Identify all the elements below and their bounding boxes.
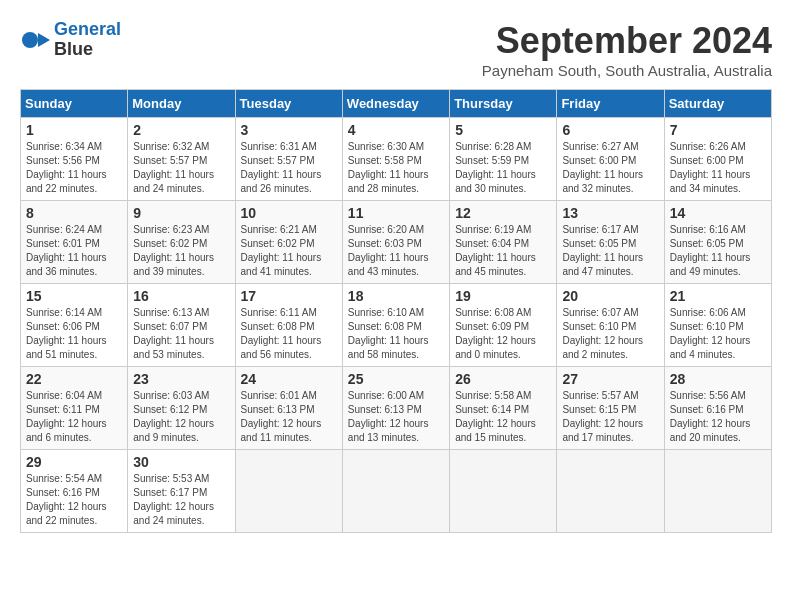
day-info: Sunrise: 6:21 AMSunset: 6:02 PMDaylight:… [241,223,337,279]
calendar-week-5: 29Sunrise: 5:54 AMSunset: 6:16 PMDayligh… [21,450,772,533]
day-info: Sunrise: 6:20 AMSunset: 6:03 PMDaylight:… [348,223,444,279]
calendar-day-21: 21Sunrise: 6:06 AMSunset: 6:10 PMDayligh… [664,284,771,367]
day-number: 18 [348,288,444,304]
weekday-header-row: SundayMondayTuesdayWednesdayThursdayFrid… [21,90,772,118]
calendar-day-16: 16Sunrise: 6:13 AMSunset: 6:07 PMDayligh… [128,284,235,367]
day-number: 26 [455,371,551,387]
weekday-header-friday: Friday [557,90,664,118]
day-info: Sunrise: 6:31 AMSunset: 5:57 PMDaylight:… [241,140,337,196]
day-info: Sunrise: 6:32 AMSunset: 5:57 PMDaylight:… [133,140,229,196]
calendar-day-14: 14Sunrise: 6:16 AMSunset: 6:05 PMDayligh… [664,201,771,284]
calendar-day-26: 26Sunrise: 5:58 AMSunset: 6:14 PMDayligh… [450,367,557,450]
day-info: Sunrise: 6:06 AMSunset: 6:10 PMDaylight:… [670,306,766,362]
calendar-day-28: 28Sunrise: 5:56 AMSunset: 6:16 PMDayligh… [664,367,771,450]
calendar-day-12: 12Sunrise: 6:19 AMSunset: 6:04 PMDayligh… [450,201,557,284]
day-number: 5 [455,122,551,138]
day-info: Sunrise: 6:08 AMSunset: 6:09 PMDaylight:… [455,306,551,362]
calendar-day-24: 24Sunrise: 6:01 AMSunset: 6:13 PMDayligh… [235,367,342,450]
day-number: 16 [133,288,229,304]
day-number: 24 [241,371,337,387]
day-info: Sunrise: 6:23 AMSunset: 6:02 PMDaylight:… [133,223,229,279]
weekday-header-saturday: Saturday [664,90,771,118]
day-number: 29 [26,454,122,470]
location: Payneham South, South Australia, Austral… [482,62,772,79]
day-number: 6 [562,122,658,138]
logo-icon [20,25,50,55]
calendar-day-30: 30Sunrise: 5:53 AMSunset: 6:17 PMDayligh… [128,450,235,533]
logo-general: General [54,19,121,39]
calendar-day-19: 19Sunrise: 6:08 AMSunset: 6:09 PMDayligh… [450,284,557,367]
day-number: 4 [348,122,444,138]
day-number: 17 [241,288,337,304]
calendar-week-2: 8Sunrise: 6:24 AMSunset: 6:01 PMDaylight… [21,201,772,284]
calendar-day-9: 9Sunrise: 6:23 AMSunset: 6:02 PMDaylight… [128,201,235,284]
day-number: 23 [133,371,229,387]
weekday-header-tuesday: Tuesday [235,90,342,118]
day-info: Sunrise: 6:24 AMSunset: 6:01 PMDaylight:… [26,223,122,279]
calendar-day-20: 20Sunrise: 6:07 AMSunset: 6:10 PMDayligh… [557,284,664,367]
day-number: 14 [670,205,766,221]
calendar-day-22: 22Sunrise: 6:04 AMSunset: 6:11 PMDayligh… [21,367,128,450]
logo-blue: Blue [54,40,121,60]
day-info: Sunrise: 6:01 AMSunset: 6:13 PMDaylight:… [241,389,337,445]
day-info: Sunrise: 6:11 AMSunset: 6:08 PMDaylight:… [241,306,337,362]
day-number: 9 [133,205,229,221]
calendar-week-4: 22Sunrise: 6:04 AMSunset: 6:11 PMDayligh… [21,367,772,450]
calendar-day-25: 25Sunrise: 6:00 AMSunset: 6:13 PMDayligh… [342,367,449,450]
calendar-day-4: 4Sunrise: 6:30 AMSunset: 5:58 PMDaylight… [342,118,449,201]
day-number: 30 [133,454,229,470]
weekday-header-wednesday: Wednesday [342,90,449,118]
calendar-day-7: 7Sunrise: 6:26 AMSunset: 6:00 PMDaylight… [664,118,771,201]
weekday-header-monday: Monday [128,90,235,118]
calendar-day-29: 29Sunrise: 5:54 AMSunset: 6:16 PMDayligh… [21,450,128,533]
empty-cell [342,450,449,533]
day-number: 25 [348,371,444,387]
weekday-header-sunday: Sunday [21,90,128,118]
weekday-header-thursday: Thursday [450,90,557,118]
day-number: 12 [455,205,551,221]
day-info: Sunrise: 6:03 AMSunset: 6:12 PMDaylight:… [133,389,229,445]
calendar-day-11: 11Sunrise: 6:20 AMSunset: 6:03 PMDayligh… [342,201,449,284]
calendar-day-2: 2Sunrise: 6:32 AMSunset: 5:57 PMDaylight… [128,118,235,201]
svg-marker-1 [38,33,50,47]
day-number: 27 [562,371,658,387]
day-info: Sunrise: 6:27 AMSunset: 6:00 PMDaylight:… [562,140,658,196]
title-block: September 2024 Payneham South, South Aus… [482,20,772,79]
day-number: 21 [670,288,766,304]
day-info: Sunrise: 5:54 AMSunset: 6:16 PMDaylight:… [26,472,122,528]
day-info: Sunrise: 6:28 AMSunset: 5:59 PMDaylight:… [455,140,551,196]
day-number: 15 [26,288,122,304]
day-number: 8 [26,205,122,221]
day-number: 22 [26,371,122,387]
empty-cell [557,450,664,533]
day-number: 20 [562,288,658,304]
empty-cell [235,450,342,533]
day-info: Sunrise: 6:19 AMSunset: 6:04 PMDaylight:… [455,223,551,279]
day-info: Sunrise: 6:04 AMSunset: 6:11 PMDaylight:… [26,389,122,445]
day-number: 28 [670,371,766,387]
day-number: 13 [562,205,658,221]
day-info: Sunrise: 6:14 AMSunset: 6:06 PMDaylight:… [26,306,122,362]
calendar-day-10: 10Sunrise: 6:21 AMSunset: 6:02 PMDayligh… [235,201,342,284]
day-number: 7 [670,122,766,138]
day-info: Sunrise: 5:58 AMSunset: 6:14 PMDaylight:… [455,389,551,445]
calendar-day-18: 18Sunrise: 6:10 AMSunset: 6:08 PMDayligh… [342,284,449,367]
day-info: Sunrise: 6:00 AMSunset: 6:13 PMDaylight:… [348,389,444,445]
day-number: 1 [26,122,122,138]
day-info: Sunrise: 6:30 AMSunset: 5:58 PMDaylight:… [348,140,444,196]
month-title: September 2024 [482,20,772,62]
day-info: Sunrise: 6:26 AMSunset: 6:00 PMDaylight:… [670,140,766,196]
day-info: Sunrise: 5:56 AMSunset: 6:16 PMDaylight:… [670,389,766,445]
day-number: 3 [241,122,337,138]
calendar-day-15: 15Sunrise: 6:14 AMSunset: 6:06 PMDayligh… [21,284,128,367]
svg-point-0 [22,32,38,48]
day-info: Sunrise: 6:10 AMSunset: 6:08 PMDaylight:… [348,306,444,362]
calendar-week-3: 15Sunrise: 6:14 AMSunset: 6:06 PMDayligh… [21,284,772,367]
calendar-day-6: 6Sunrise: 6:27 AMSunset: 6:00 PMDaylight… [557,118,664,201]
day-info: Sunrise: 6:13 AMSunset: 6:07 PMDaylight:… [133,306,229,362]
calendar-day-1: 1Sunrise: 6:34 AMSunset: 5:56 PMDaylight… [21,118,128,201]
calendar-day-8: 8Sunrise: 6:24 AMSunset: 6:01 PMDaylight… [21,201,128,284]
calendar-week-1: 1Sunrise: 6:34 AMSunset: 5:56 PMDaylight… [21,118,772,201]
page-header: General Blue September 2024 Payneham Sou… [20,20,772,79]
calendar-day-5: 5Sunrise: 6:28 AMSunset: 5:59 PMDaylight… [450,118,557,201]
